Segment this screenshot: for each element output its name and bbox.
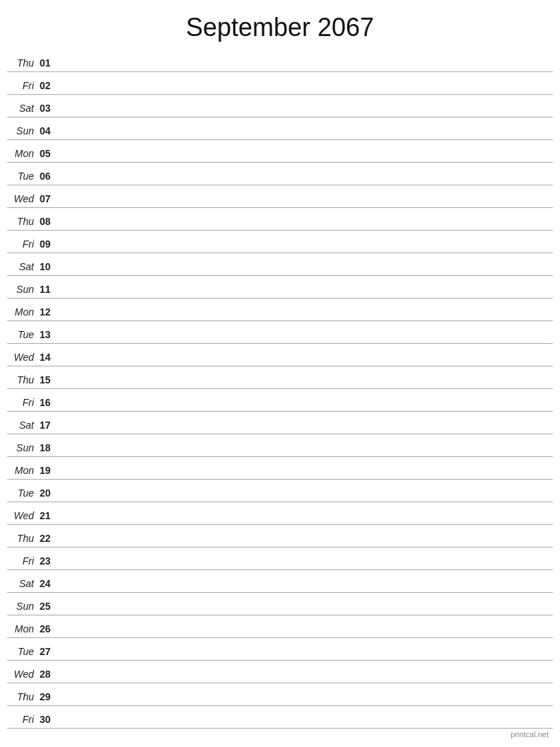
day-row: Thu08 bbox=[7, 208, 553, 231]
day-row: Sat17 bbox=[7, 412, 553, 434]
day-number: 12 bbox=[37, 306, 58, 318]
footer-text: printcal.net bbox=[511, 730, 549, 739]
day-number: 19 bbox=[37, 465, 58, 476]
day-name: Mon bbox=[7, 306, 37, 318]
day-row: Thu29 bbox=[7, 683, 553, 706]
day-number: 04 bbox=[37, 125, 58, 137]
day-name: Sat bbox=[7, 578, 37, 589]
day-row: Fri16 bbox=[7, 389, 553, 412]
day-name: Sun bbox=[7, 284, 37, 295]
day-row: Tue27 bbox=[7, 638, 553, 661]
day-writing-line bbox=[58, 611, 553, 612]
calendar-grid: Thu01Fri02Sat03Sun04Mon05Tue06Wed07Thu08… bbox=[0, 50, 560, 729]
day-name: Tue bbox=[7, 487, 37, 499]
day-number: 30 bbox=[37, 714, 58, 725]
day-writing-line bbox=[58, 453, 553, 453]
day-writing-line bbox=[58, 430, 553, 431]
day-writing-line bbox=[58, 543, 553, 544]
day-writing-line bbox=[58, 68, 553, 69]
day-writing-line bbox=[58, 136, 553, 137]
day-name: Mon bbox=[7, 148, 37, 159]
day-number: 14 bbox=[37, 352, 58, 363]
day-writing-line bbox=[58, 498, 553, 499]
day-writing-line bbox=[58, 679, 553, 680]
day-name: Thu bbox=[7, 57, 37, 69]
day-row: Tue06 bbox=[7, 163, 553, 185]
day-row: Mon26 bbox=[7, 615, 553, 638]
day-name: Thu bbox=[7, 691, 37, 702]
day-name: Tue bbox=[7, 170, 37, 182]
day-name: Thu bbox=[7, 374, 37, 386]
day-number: 23 bbox=[37, 555, 58, 567]
day-number: 01 bbox=[37, 57, 58, 69]
day-writing-line bbox=[58, 589, 553, 589]
day-name: Tue bbox=[7, 646, 37, 657]
day-name: Wed bbox=[7, 193, 37, 204]
day-row: Sun11 bbox=[7, 276, 553, 299]
day-name: Fri bbox=[7, 80, 37, 91]
day-row: Tue20 bbox=[7, 480, 553, 502]
day-writing-line bbox=[58, 158, 553, 159]
day-name: Sat bbox=[7, 103, 37, 114]
day-row: Fri02 bbox=[7, 72, 553, 95]
day-writing-line bbox=[58, 113, 553, 114]
day-name: Mon bbox=[7, 465, 37, 476]
day-number: 25 bbox=[37, 601, 58, 612]
day-name: Wed bbox=[7, 510, 37, 521]
day-row: Mon05 bbox=[7, 140, 553, 163]
day-name: Thu bbox=[7, 216, 37, 227]
day-number: 09 bbox=[37, 238, 58, 250]
day-row: Sat03 bbox=[7, 95, 553, 117]
day-row: Thu15 bbox=[7, 366, 553, 389]
day-number: 22 bbox=[37, 533, 58, 544]
day-name: Wed bbox=[7, 352, 37, 363]
day-name: Sun bbox=[7, 442, 37, 453]
day-row: Wed21 bbox=[7, 502, 553, 525]
day-name: Thu bbox=[7, 533, 37, 544]
day-row: Sun18 bbox=[7, 434, 553, 457]
day-number: 07 bbox=[37, 193, 58, 204]
day-writing-line bbox=[58, 521, 553, 521]
day-row: Mon12 bbox=[7, 299, 553, 321]
day-writing-line bbox=[58, 362, 553, 363]
day-name: Fri bbox=[7, 397, 37, 408]
day-writing-line bbox=[58, 566, 553, 567]
day-name: Mon bbox=[7, 623, 37, 635]
day-row: Thu22 bbox=[7, 525, 553, 548]
day-row: Fri30 bbox=[7, 706, 553, 729]
day-row: Sat24 bbox=[7, 570, 553, 593]
day-writing-line bbox=[58, 407, 553, 408]
day-name: Sat bbox=[7, 261, 37, 272]
day-row: Wed28 bbox=[7, 661, 553, 683]
page-title: September 2067 bbox=[0, 0, 560, 50]
day-writing-line bbox=[58, 340, 553, 340]
day-number: 20 bbox=[37, 487, 58, 499]
day-writing-line bbox=[58, 385, 553, 386]
day-writing-line bbox=[58, 249, 553, 250]
day-name: Sat bbox=[7, 419, 37, 431]
day-writing-line bbox=[58, 634, 553, 635]
day-writing-line bbox=[58, 656, 553, 657]
day-number: 18 bbox=[37, 442, 58, 453]
day-name: Tue bbox=[7, 329, 37, 340]
day-number: 05 bbox=[37, 148, 58, 159]
day-row: Thu01 bbox=[7, 50, 553, 72]
day-row: Sun25 bbox=[7, 593, 553, 615]
day-writing-line bbox=[58, 181, 553, 182]
day-number: 03 bbox=[37, 103, 58, 114]
day-number: 02 bbox=[37, 80, 58, 91]
day-row: Sat10 bbox=[7, 253, 553, 276]
day-number: 24 bbox=[37, 578, 58, 589]
day-number: 08 bbox=[37, 216, 58, 227]
day-number: 13 bbox=[37, 329, 58, 340]
day-writing-line bbox=[58, 724, 553, 725]
day-name: Wed bbox=[7, 668, 37, 680]
day-row: Fri23 bbox=[7, 548, 553, 570]
day-number: 10 bbox=[37, 261, 58, 272]
day-writing-line bbox=[58, 475, 553, 476]
day-row: Wed14 bbox=[7, 344, 553, 366]
day-writing-line bbox=[58, 91, 553, 91]
day-name: Sun bbox=[7, 601, 37, 612]
day-row: Fri09 bbox=[7, 231, 553, 253]
day-writing-line bbox=[58, 272, 553, 272]
